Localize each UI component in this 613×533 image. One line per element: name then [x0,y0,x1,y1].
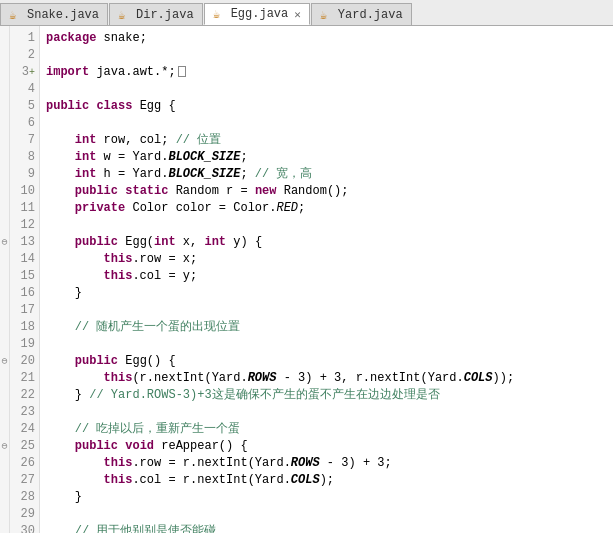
ln-7: 7 [16,132,35,149]
ln-30: 30 [16,523,35,533]
ln-24: 24 [16,421,35,438]
code-line-3: import java.awt.*; [46,64,607,81]
ln-18: 18 [16,319,35,336]
gutter-16 [0,285,9,302]
gutter-20: ⊖ [0,353,9,370]
editor-container: ⊖ ⊖ ⊖ ⊖ 1 2 3+ 4 5 6 7 8 9 10 11 12 13 [0,26,613,533]
gutter-4 [0,81,9,98]
gutter-28 [0,489,9,506]
code-line-6 [46,115,607,132]
ln-5: 5 [16,98,35,115]
code-line-21: this(r.nextInt(Yard.ROWS - 3) + 3, r.nex… [46,370,607,387]
code-line-29 [46,506,607,523]
gutter-27 [0,472,9,489]
tab-bar: ☕ Snake.java ☕ Dir.java ☕ Egg.java ✕ ☕ Y… [0,0,613,26]
gutter-3 [0,64,9,81]
code-line-2 [46,47,607,64]
code-line-24: // 吃掉以后，重新产生一个蛋 [46,421,607,438]
tab-yard-java[interactable]: ☕ Yard.java [311,3,412,25]
ln-6: 6 [16,115,35,132]
code-line-23 [46,404,607,421]
gutter-12 [0,217,9,234]
gutter-7 [0,132,9,149]
code-line-7: int row, col; // 位置 [46,132,607,149]
ln-15: 15 [16,268,35,285]
tab-label: Snake.java [27,8,99,22]
code-line-19 [46,336,607,353]
gutter-5 [0,98,9,115]
ln-27: 27 [16,472,35,489]
gutter-21 [0,370,9,387]
gutter-15 [0,268,9,285]
gutter-6 [0,115,9,132]
ln-19: 19 [16,336,35,353]
ln-11: 11 [16,200,35,217]
gutter-30 [0,523,9,533]
code-line-8: int w = Yard.BLOCK_SIZE; [46,149,607,166]
java-file-icon: ☕ [213,7,227,21]
ln-3: 3+ [16,64,35,81]
code-line-11: private Color color = Color.RED; [46,200,607,217]
ln-23: 23 [16,404,35,421]
code-line-9: int h = Yard.BLOCK_SIZE; // 宽，高 [46,166,607,183]
code-line-5: public class Egg { [46,98,607,115]
gutter-19 [0,336,9,353]
ln-21: 21 [16,370,35,387]
code-line-22: } // Yard.ROWS-3)+3这是确保不产生的蛋不产生在边边处理是否 [46,387,607,404]
gutter-9 [0,166,9,183]
ln-29: 29 [16,506,35,523]
gutter-24 [0,421,9,438]
gutter-26 [0,455,9,472]
java-file-icon: ☕ [118,8,132,22]
tab-label: Yard.java [338,8,403,22]
ln-12: 12 [16,217,35,234]
code-line-13: public Egg(int x, int y) { [46,234,607,251]
gutter-25: ⊖ [0,438,9,455]
ln-16: 16 [16,285,35,302]
code-line-14: this.row = x; [46,251,607,268]
gutter-22 [0,387,9,404]
code-line-15: this.col = y; [46,268,607,285]
tab-egg-java[interactable]: ☕ Egg.java ✕ [204,3,310,25]
gutter-23 [0,404,9,421]
code-line-12 [46,217,607,234]
gutter-10 [0,183,9,200]
ln-22: 22 [16,387,35,404]
gutter-17 [0,302,9,319]
code-area[interactable]: package snake; import java.awt.*; public… [40,26,613,533]
tab-label: Dir.java [136,8,194,22]
tab-label: Egg.java [231,7,289,21]
java-file-icon: ☕ [320,8,334,22]
left-gutter: ⊖ ⊖ ⊖ ⊖ [0,26,10,533]
code-line-26: this.row = r.nextInt(Yard.ROWS - 3) + 3; [46,455,607,472]
ln-9: 9 [16,166,35,183]
ln-1: 1 [16,30,35,47]
gutter-13: ⊖ [0,234,9,251]
line-numbers: 1 2 3+ 4 5 6 7 8 9 10 11 12 13 14 15 16 … [10,26,40,533]
code-line-16: } [46,285,607,302]
gutter-2 [0,47,9,64]
code-line-17 [46,302,607,319]
ln-2: 2 [16,47,35,64]
tab-snake-java[interactable]: ☕ Snake.java [0,3,108,25]
gutter-8 [0,149,9,166]
gutter-29 [0,506,9,523]
code-line-30: // 用于他别别是使否能碰 [46,523,607,533]
ln-8: 8 [16,149,35,166]
close-icon[interactable]: ✕ [294,8,301,21]
code-line-27: this.col = r.nextInt(Yard.COLS); [46,472,607,489]
ln-14: 14 [16,251,35,268]
tab-dir-java[interactable]: ☕ Dir.java [109,3,203,25]
ln-13: 13 [16,234,35,251]
code-line-10: public static Random r = new Random(); [46,183,607,200]
ln-25: 25 [16,438,35,455]
code-line-25: public void reAppear() { [46,438,607,455]
gutter-18 [0,319,9,336]
java-file-icon: ☕ [9,8,23,22]
ln-26: 26 [16,455,35,472]
ln-20: 20 [16,353,35,370]
code-line-1: package snake; [46,30,607,47]
code-line-20: public Egg() { [46,353,607,370]
ln-17: 17 [16,302,35,319]
gutter-1 [0,30,9,47]
